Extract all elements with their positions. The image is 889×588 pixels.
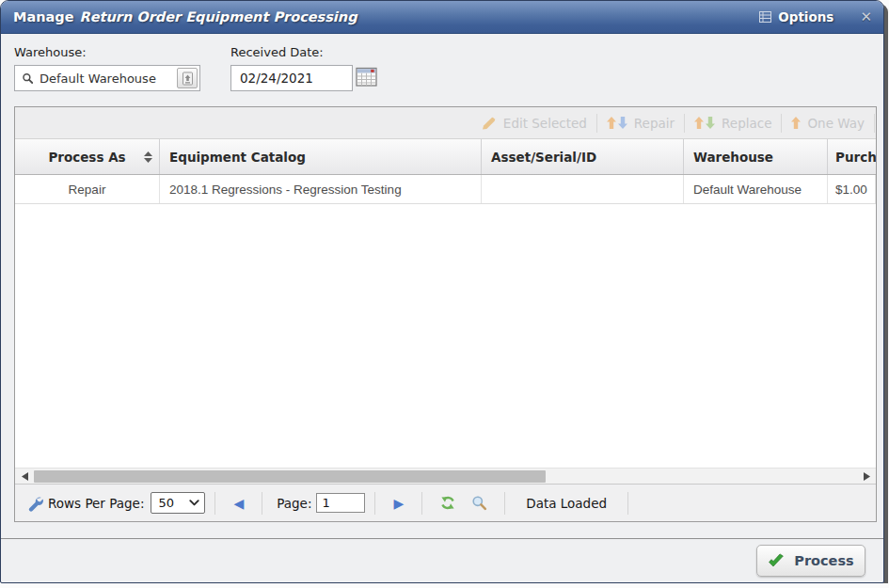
wrench-icon <box>26 495 43 512</box>
options-list-icon <box>759 11 771 23</box>
rows-per-page-label: Rows Per Page: <box>48 496 144 511</box>
warehouse-field-group: Warehouse: Default Warehouse <box>14 45 200 106</box>
pager-separator <box>214 492 215 515</box>
column-header-purchase[interactable]: Purch <box>828 139 876 174</box>
one-way-label: One Way <box>807 116 865 131</box>
filter-form: Warehouse: Default Warehouse Received Da… <box>1 34 883 106</box>
repair-button[interactable]: Repair <box>597 116 684 131</box>
received-date-input[interactable] <box>230 65 353 91</box>
options-label: Options <box>778 9 833 24</box>
one-way-button[interactable]: One Way <box>782 116 874 131</box>
page-title-name: Return Order Equipment Processing <box>80 9 357 24</box>
scroll-left-icon[interactable] <box>18 469 31 483</box>
received-date-field-group: Received Date: <box>230 45 378 106</box>
grid-body: Repair 2018.1 Regressions - Regression T… <box>15 175 876 468</box>
grid-header-row: Process As Equipment Catalog Asset/Seria… <box>15 138 876 175</box>
process-label: Process <box>794 553 853 568</box>
warehouse-value: Default Warehouse <box>40 72 177 86</box>
column-header-asset-serial-id[interactable]: Asset/Serial/ID <box>482 139 684 174</box>
process-button[interactable]: Process <box>756 545 865 577</box>
column-header-label: Purch <box>835 150 876 165</box>
sort-icon[interactable] <box>144 151 152 163</box>
horizontal-scrollbar[interactable] <box>15 468 876 484</box>
manage-return-order-dialog: ManageReturn Order Equipment Processing … <box>0 0 884 583</box>
warehouse-picker-button[interactable] <box>177 68 198 88</box>
page-number-input[interactable] <box>316 493 365 513</box>
checkmark-icon <box>768 553 785 568</box>
pager-separator <box>504 492 505 515</box>
column-header-process-as[interactable]: Process As <box>15 139 160 174</box>
column-header-label: Warehouse <box>693 150 773 165</box>
scroll-right-icon[interactable] <box>860 469 873 483</box>
replace-arrows-icon <box>694 117 715 129</box>
load-record-icon <box>182 72 194 86</box>
column-header-label: Asset/Serial/ID <box>491 150 596 165</box>
column-header-label: Process As <box>48 150 125 165</box>
edit-selected-button[interactable]: Edit Selected <box>471 115 596 131</box>
rows-per-page-select[interactable]: 50 <box>151 492 205 514</box>
refresh-icon <box>439 495 456 511</box>
page-label: Page: <box>277 496 311 511</box>
pencil-icon <box>481 115 497 131</box>
refresh-button[interactable] <box>432 495 464 511</box>
scrollbar-thumb[interactable] <box>34 470 546 483</box>
calendar-icon <box>356 66 378 87</box>
chevron-down-icon <box>189 500 199 506</box>
column-header-label: Equipment Catalog <box>169 150 306 165</box>
cell-process-as: Repair <box>15 175 160 203</box>
titlebar: ManageReturn Order Equipment Processing … <box>1 1 883 34</box>
options-button[interactable]: Options <box>759 9 833 24</box>
search-icon <box>22 72 34 85</box>
replace-button[interactable]: Replace <box>685 116 781 131</box>
one-way-arrow-icon <box>791 117 801 129</box>
cell-asset-serial-id <box>482 175 684 203</box>
prev-page-icon[interactable]: ◀ <box>225 497 252 510</box>
grid-toolbar: Edit Selected Repair Replace <box>15 107 876 138</box>
warehouse-lookup-input[interactable]: Default Warehouse <box>14 65 200 91</box>
page-title-prefix: Manage <box>13 9 74 24</box>
grid-pager: Rows Per Page: 50 ◀ Page: ▶ <box>15 484 876 521</box>
table-row[interactable]: Repair 2018.1 Regressions - Regression T… <box>15 175 876 204</box>
column-header-equipment-catalog[interactable]: Equipment Catalog <box>160 139 482 174</box>
status-text: Data Loaded <box>526 496 607 511</box>
warehouse-label: Warehouse: <box>14 45 200 59</box>
repair-label: Repair <box>634 116 675 131</box>
page-title: ManageReturn Order Equipment Processing <box>13 9 357 24</box>
cell-equipment-catalog: 2018.1 Regressions - Regression Testing <box>160 175 482 203</box>
column-header-warehouse[interactable]: Warehouse <box>684 139 828 174</box>
received-date-label: Received Date: <box>230 45 378 59</box>
toolbar-separator <box>874 114 875 133</box>
equipment-grid: Edit Selected Repair Replace <box>14 106 877 522</box>
cell-warehouse: Default Warehouse <box>684 175 828 203</box>
search-button[interactable] <box>464 495 495 511</box>
calendar-button[interactable] <box>356 66 378 91</box>
repair-arrows-icon <box>607 117 627 129</box>
cell-purchase: $1.00 <box>828 175 876 203</box>
pager-separator <box>627 492 628 515</box>
edit-selected-label: Edit Selected <box>503 116 587 131</box>
magnifier-icon <box>471 495 487 511</box>
rows-per-page-value: 50 <box>158 496 189 510</box>
pager-separator <box>374 492 375 515</box>
pager-separator <box>262 492 262 515</box>
replace-label: Replace <box>722 116 771 131</box>
pager-separator <box>421 492 422 515</box>
footer: Process <box>1 539 883 582</box>
close-icon[interactable]: ✕ <box>860 8 872 25</box>
next-page-icon[interactable]: ▶ <box>385 497 412 510</box>
